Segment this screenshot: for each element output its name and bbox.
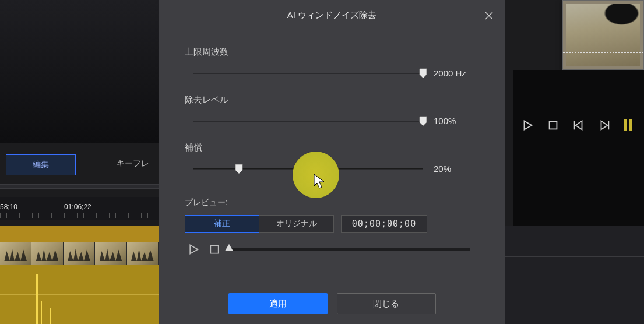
stop-icon[interactable] [547,119,559,132]
video-clip-band[interactable] [0,226,159,244]
dialog-title: AI ウィンドノイズ除去 [287,10,376,21]
apply-button-label: 適用 [269,298,287,309]
preview-toggle-group: 補正 オリジナル [185,215,334,233]
compensation-label: 補償 [185,142,487,153]
slider-thumb[interactable] [235,164,243,174]
toggle-corrected[interactable]: 補正 [185,215,259,233]
preview-play-icon[interactable] [187,243,200,256]
scrubber-head-icon[interactable] [225,244,233,254]
dialog-footer: 適用 閉じる [159,283,505,324]
toggle-original[interactable]: オリジナル [259,215,334,233]
audio-clip-band[interactable] [0,265,159,324]
edit-button[interactable]: 編集 [6,154,76,175]
svg-rect-0 [550,122,557,129]
upper-freq-label: 上限周波数 [185,47,487,58]
preview-scrubber[interactable] [229,248,470,251]
play-icon[interactable] [521,119,534,132]
prev-frame-icon[interactable] [572,119,585,132]
upper-freq-value: 2000 Hz [434,68,481,78]
next-frame-icon[interactable] [598,119,611,132]
close-icon[interactable] [481,8,497,23]
bg-monitor-area [0,0,159,143]
toggle-corrected-label: 補正 [214,219,230,229]
toggle-original-label: オリジナル [276,219,317,229]
removal-level-value: 100% [434,116,481,126]
tracks-right [504,226,644,324]
bg-divider [0,184,159,189]
transport-controls [504,114,644,137]
preview-timecode-value: 00;00;00;00 [352,219,416,229]
close-button[interactable]: 閉じる [337,293,436,314]
edit-button-label: 編集 [33,160,49,170]
preview-thumbnail [562,0,644,70]
apply-button[interactable]: 適用 [228,293,328,314]
cursor-arrow-icon [314,174,325,189]
timeline-ruler-right[interactable]: 58;10 01;06;22 [0,197,140,220]
preview-timecode[interactable]: 00;00;00;00 [341,215,427,233]
divider [177,269,487,269]
removal-level-slider[interactable] [193,117,423,126]
close-button-label: 閉じる [373,298,399,309]
preview-label: プレビュー: [185,198,487,208]
preview-stop-icon[interactable] [208,243,221,256]
removal-level-label: 除去レベル [185,94,487,105]
slider-thumb[interactable] [419,116,427,126]
upper-freq-slider[interactable] [193,69,423,78]
dialog-header: AI ウィンドノイズ除去 [159,0,505,30]
clip-thumbnails [0,242,159,265]
keyframe-tab-label[interactable]: キーフレ [117,159,149,169]
slider-thumb[interactable] [419,68,427,79]
vu-meter-icon [624,119,632,131]
compensation-value: 20% [434,164,481,174]
svg-rect-5 [210,245,218,253]
